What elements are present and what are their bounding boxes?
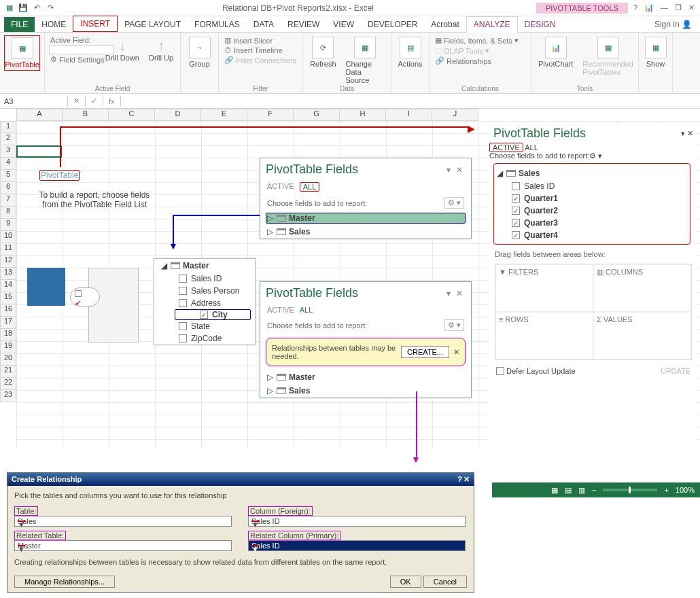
ribbon-options-icon[interactable]: 📊 <box>644 3 654 12</box>
enter-icon[interactable]: ✓ <box>86 95 103 107</box>
view-pagelayout-icon[interactable]: ▤ <box>565 486 572 495</box>
rp-close-icon[interactable]: ✕ <box>687 129 693 138</box>
insert-slicer[interactable]: ▥ Insert Slicer <box>223 35 298 46</box>
zoom-slider[interactable] <box>603 489 657 491</box>
view-normal-icon[interactable]: ▦ <box>551 486 558 495</box>
master-table-node[interactable]: ◢Master <box>154 259 255 272</box>
tab-design[interactable]: DESIGN <box>518 17 563 32</box>
gear-icon[interactable]: ⚙ ▾ <box>444 319 464 331</box>
row-1[interactable]: 1 <box>0 121 16 133</box>
undo-icon[interactable]: ↶ <box>31 3 42 14</box>
row-14[interactable]: 14 <box>0 280 16 292</box>
field-salesid[interactable]: Sales ID <box>154 272 255 285</box>
group-button[interactable]: →Group <box>185 35 214 69</box>
cancel-button[interactable]: Cancel <box>423 576 467 588</box>
row-16[interactable]: 16 <box>0 304 16 317</box>
rp-field-salesid[interactable]: Sales ID <box>497 180 687 192</box>
row-8[interactable]: 8 <box>0 207 16 219</box>
rp-field-q2[interactable]: ✓Quarter2 <box>497 205 687 217</box>
change-data-source-button[interactable]: ▦Change Data Source <box>343 35 387 86</box>
help-icon[interactable]: ? <box>633 3 637 12</box>
related-table-combo[interactable]: Master▼ <box>14 540 232 551</box>
pf2-table-sales[interactable]: ▷Sales <box>260 384 471 398</box>
pf1-all[interactable]: ALL <box>300 182 320 192</box>
tab-view[interactable]: VIEW <box>326 17 361 32</box>
field-zipcode[interactable]: ZipCode <box>154 332 255 345</box>
col-H[interactable]: H <box>340 109 386 121</box>
restore-icon[interactable]: ❐ <box>675 3 682 12</box>
column-combo[interactable]: Sales ID▼ <box>248 516 466 527</box>
field-state[interactable]: State <box>154 320 255 332</box>
minimize-icon[interactable]: — <box>661 3 668 12</box>
rp-table-sales[interactable]: ◢Sales <box>497 166 687 180</box>
col-F[interactable]: F <box>247 109 294 121</box>
col-B[interactable]: B <box>63 109 109 121</box>
col-J[interactable]: J <box>432 109 478 121</box>
tab-insert[interactable]: INSERT <box>73 16 118 32</box>
zoom-in-icon[interactable]: + <box>664 486 668 494</box>
row-5[interactable]: 5 <box>0 170 16 182</box>
drill-down-button[interactable]: ↓Drill Down <box>103 37 142 63</box>
actions-button[interactable]: ▤Actions <box>396 35 425 69</box>
row-10[interactable]: 10 <box>0 231 16 243</box>
field-salesperson[interactable]: Sales Person <box>154 285 255 297</box>
row-6[interactable]: 6 <box>0 182 16 194</box>
rp-field-q3[interactable]: ✓Quarter3 <box>497 217 687 229</box>
row-18[interactable]: 18 <box>0 329 16 341</box>
row-21[interactable]: 21 <box>0 366 16 378</box>
row-19[interactable]: 19 <box>0 341 16 353</box>
row-22[interactable]: 22 <box>0 378 16 390</box>
table-combo[interactable]: Sales▼ <box>14 516 232 527</box>
pf2-all[interactable]: ALL <box>300 306 313 314</box>
row-17[interactable]: 17 <box>0 317 16 329</box>
area-rows[interactable]: ≡ ROWS <box>495 312 593 359</box>
dialog-close-icon[interactable]: ✕ <box>463 475 470 484</box>
rp-field-q4[interactable]: ✓Quarter4 <box>497 229 687 241</box>
selected-cell-A3[interactable] <box>16 145 62 158</box>
zoom-level[interactable]: 100% <box>676 486 695 494</box>
pivotchart-button[interactable]: 📊PivotChart <box>536 35 576 77</box>
tab-data[interactable]: DATA <box>247 17 281 32</box>
row-2[interactable]: 2 <box>0 133 16 145</box>
insert-timeline[interactable]: ⏱ Insert Timeline <box>223 46 298 55</box>
rp-all[interactable]: ALL <box>525 143 538 152</box>
save-icon[interactable]: 💾 <box>18 3 29 14</box>
ok-button[interactable]: OK <box>390 576 421 588</box>
tab-page-layout[interactable]: PAGE LAYOUT <box>118 17 188 32</box>
tab-formulas[interactable]: FORMULAS <box>188 17 247 32</box>
field-city[interactable]: ✓City <box>175 309 251 320</box>
view-pagebreak-icon[interactable]: ▥ <box>578 486 585 495</box>
cancel-icon[interactable]: ✕ <box>68 95 86 107</box>
tab-developer[interactable]: DEVELOPER <box>361 17 424 32</box>
relationships[interactable]: 🔗 Relationships <box>434 56 527 66</box>
show-button[interactable]: ▦Show <box>643 35 668 69</box>
pf1-table-sales[interactable]: ▷Sales <box>260 225 471 239</box>
pivottable-placeholder[interactable]: PivotTable <box>39 170 80 181</box>
tab-home[interactable]: HOME <box>35 17 73 32</box>
defer-checkbox[interactable] <box>496 367 504 375</box>
pf2-table-master[interactable]: ▷Master <box>260 370 471 384</box>
row-7[interactable]: 7 <box>0 194 16 207</box>
pf1-table-master[interactable]: ▷Master <box>266 213 466 224</box>
fx-icon[interactable]: fx <box>103 96 121 107</box>
row-4[interactable]: 4 <box>0 158 16 170</box>
sign-in[interactable]: Sign in 👤 <box>646 17 700 32</box>
row-13[interactable]: 13 <box>0 268 16 280</box>
col-A[interactable]: A <box>16 109 63 121</box>
redo-icon[interactable]: ↷ <box>45 3 56 14</box>
refresh-button[interactable]: ⟳Refresh <box>307 35 339 86</box>
row-11[interactable]: 11 <box>0 243 16 256</box>
manage-relationships-button[interactable]: Manage Relationships... <box>14 576 115 588</box>
col-G[interactable]: G <box>294 109 340 121</box>
drill-up-button[interactable]: ↑Drill Up <box>146 37 176 63</box>
fields-items-sets[interactable]: ▦ Fields, Items, & Sets ▾ <box>434 35 527 46</box>
rp-dropdown-icon[interactable]: ▾ <box>681 129 685 138</box>
pf1-active[interactable]: ACTIVE <box>267 182 294 192</box>
update-button[interactable]: UPDATE <box>661 367 690 375</box>
row-12[interactable]: 12 <box>0 256 16 268</box>
pf1-dropdown-icon[interactable]: ▾ <box>444 165 453 175</box>
pf2-close-icon[interactable]: ✕ <box>453 289 466 298</box>
pf2-dropdown-icon[interactable]: ▾ <box>444 289 453 298</box>
row-20[interactable]: 20 <box>0 353 16 366</box>
dialog-help-icon[interactable]: ? <box>457 475 462 484</box>
